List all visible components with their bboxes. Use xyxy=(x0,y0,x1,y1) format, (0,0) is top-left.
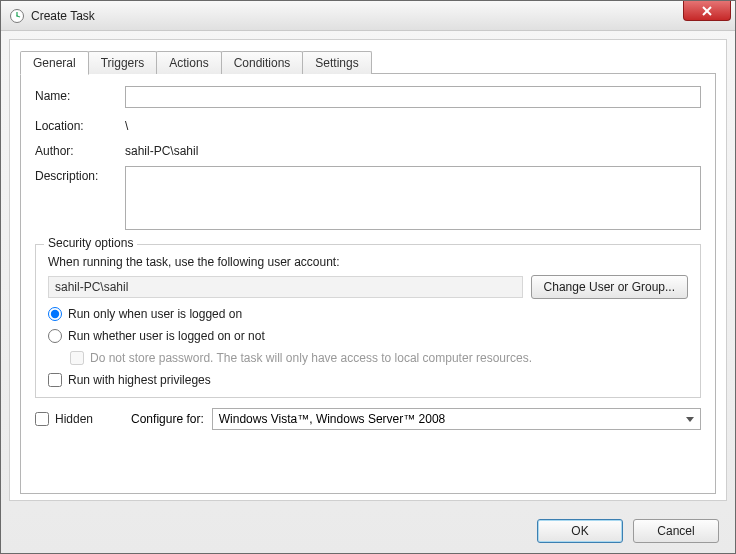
hidden-checkbox[interactable] xyxy=(35,412,49,426)
close-button[interactable] xyxy=(683,1,731,21)
description-input[interactable] xyxy=(125,166,701,230)
run-only-logged-on-radio[interactable] xyxy=(48,307,62,321)
description-label: Description: xyxy=(35,166,125,183)
configure-for-label: Configure for: xyxy=(131,412,204,426)
svg-point-3 xyxy=(16,15,18,17)
run-only-logged-on-row[interactable]: Run only when user is logged on xyxy=(48,307,688,321)
do-not-store-checkbox xyxy=(70,351,84,365)
dialog-button-row: OK Cancel xyxy=(1,509,735,553)
create-task-window: Create Task General Triggers Actions Con… xyxy=(0,0,736,554)
tab-conditions[interactable]: Conditions xyxy=(221,51,304,74)
titlebar[interactable]: Create Task xyxy=(1,1,735,31)
run-whether-radio[interactable] xyxy=(48,329,62,343)
do-not-store-row: Do not store password. The task will onl… xyxy=(70,351,688,365)
cancel-button[interactable]: Cancel xyxy=(633,519,719,543)
run-whether-label: Run whether user is logged on or not xyxy=(68,329,265,343)
author-label: Author: xyxy=(35,141,125,158)
security-options-group: Security options When running the task, … xyxy=(35,244,701,398)
client-area: General Triggers Actions Conditions Sett… xyxy=(9,39,727,501)
hidden-row[interactable]: Hidden xyxy=(35,412,93,426)
run-only-logged-on-label: Run only when user is logged on xyxy=(68,307,242,321)
highest-privileges-label: Run with highest privileges xyxy=(68,373,211,387)
author-value: sahil-PC\sahil xyxy=(125,141,701,158)
ok-button[interactable]: OK xyxy=(537,519,623,543)
security-options-legend: Security options xyxy=(44,236,137,250)
configure-for-select[interactable]: Windows Vista™, Windows Server™ 2008 xyxy=(212,408,701,430)
do-not-store-label: Do not store password. The task will onl… xyxy=(90,351,532,365)
task-scheduler-icon xyxy=(9,8,25,24)
configure-for-value: Windows Vista™, Windows Server™ 2008 xyxy=(219,412,446,426)
tab-actions[interactable]: Actions xyxy=(156,51,221,74)
when-running-label: When running the task, use the following… xyxy=(48,255,688,269)
tabpanel-general: Name: Location: \ Author: sahil-PC\sahil… xyxy=(20,73,716,494)
run-whether-row[interactable]: Run whether user is logged on or not xyxy=(48,329,688,343)
tab-general[interactable]: General xyxy=(20,51,89,75)
user-account-display: sahil-PC\sahil xyxy=(48,276,523,298)
name-input[interactable] xyxy=(125,86,701,108)
tabstrip: General Triggers Actions Conditions Sett… xyxy=(20,51,716,74)
hidden-label: Hidden xyxy=(55,412,93,426)
change-user-button[interactable]: Change User or Group... xyxy=(531,275,688,299)
tab-triggers[interactable]: Triggers xyxy=(88,51,158,74)
location-value: \ xyxy=(125,116,701,133)
highest-privileges-row[interactable]: Run with highest privileges xyxy=(48,373,688,387)
location-label: Location: xyxy=(35,116,125,133)
name-label: Name: xyxy=(35,86,125,103)
tab-settings[interactable]: Settings xyxy=(302,51,371,74)
highest-privileges-checkbox[interactable] xyxy=(48,373,62,387)
window-title: Create Task xyxy=(31,9,95,23)
